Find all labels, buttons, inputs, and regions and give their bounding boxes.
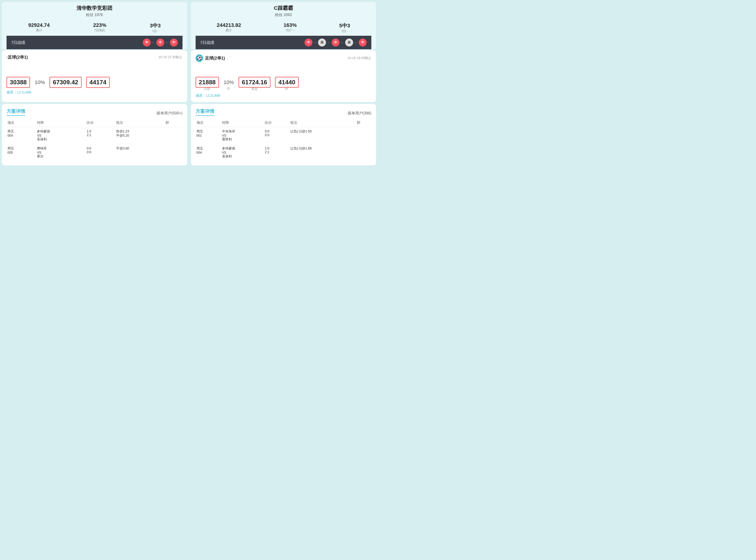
left-bet-deadline: 10-18 21:30截止: [158, 55, 182, 59]
left-profile-card: 清华数学竞彩团 粉丝 1976 92924.74 累计 223% 7日死比 3中…: [2, 2, 187, 49]
left-th-0: 场次: [6, 119, 36, 127]
right-th-2: 比分: [264, 119, 289, 127]
left-td-dan-1: [164, 144, 182, 161]
left-bet-numbers: 30388 10% 67309.42 44174: [6, 77, 182, 88]
left-weixin: 威星：LC1L888: [6, 90, 182, 95]
right-profile-card: C踩霸霸 粉丝 3393 244213.82 累计· 163% 7日厂·· 5中…: [191, 2, 376, 49]
right-num-1: 21888: [196, 77, 219, 87]
left-td-teams-0: 多特蒙德 VS 圣保利: [36, 127, 86, 144]
right-badge-2: 未: [318, 39, 326, 46]
left-plan-title: 方案详情: [6, 108, 25, 116]
right-profile-title: C踩霸霸: [196, 5, 372, 12]
left-th-3: 投注: [115, 119, 164, 127]
right-profile-fans: 粉丝 3393: [196, 13, 372, 18]
left-arrow-1: ←: [152, 41, 155, 44]
left-bet-card: ·足球(2串1) 10-18 21:30截止 30388 10% 67309.4…: [2, 50, 187, 102]
left-record-bar: 7日战绩 中 ← 中 ← 中: [6, 36, 182, 49]
right-weixin: 威星：LC1L888: [196, 94, 372, 98]
right-arrow-4: ←: [354, 41, 357, 44]
right-badge-4: 未: [345, 39, 353, 46]
right-th-3: 投注: [289, 119, 356, 127]
right-pct: 10%: [224, 79, 234, 85]
left-th-1: 对阵: [36, 119, 86, 127]
left-stat-1: 92924.74 累计: [28, 22, 50, 34]
left-num-3: 44174: [86, 77, 110, 88]
left-td-dan-0: [164, 127, 182, 144]
left-td-date-0: 周五 004: [6, 127, 36, 144]
left-bet-title: ·足球(2串1): [6, 55, 28, 60]
right-bet-numbers: 21888 白阶 10% 价 61724.16 奖金 41440 伊·: [196, 79, 372, 91]
left-th-4: 胆: [164, 119, 182, 127]
right-row-1: 周五 004 多特蒙德 VS 圣保利 1:0 2:1 让负(-2)@1.88: [196, 144, 372, 161]
right-stat-2: 163% 7日厂··: [284, 22, 296, 34]
left-th-2: 比分: [86, 119, 115, 127]
left-record-badges: 中 ← 中 ← 中: [143, 39, 178, 46]
left-pct: 10%: [35, 79, 45, 85]
left-num-2: 67309.42: [50, 77, 81, 88]
right-num-col-2: 61724.16 奖金: [238, 79, 270, 91]
right-plan-card: 方案详情 跟单用户(396) 场次 对阵 比分 投注 胆 周五 001 中央海岸…: [191, 104, 376, 165]
right-bet-deadline: 10-18 16:05截止: [347, 56, 371, 60]
left-badge-1: 中: [143, 39, 151, 46]
left-arrow-2: ←: [166, 41, 169, 44]
left-td-score-0: 1:0 2:1: [86, 127, 115, 144]
right-badge-3: 中: [332, 39, 340, 46]
right-record-bar: 7日战绩 中 ← 未 ← 中 ← 未 ← 中: [196, 36, 372, 49]
right-num-col-1: 21888 白阶: [196, 79, 219, 91]
right-record-badges: 中 ← 未 ← 中 ← 未 ← 中: [305, 39, 367, 46]
right-arrow-1: ←: [314, 41, 317, 44]
right-num-col-3: 41440 伊·: [275, 79, 298, 91]
left-stat-2: 223% 7日死比: [93, 22, 106, 34]
right-th-0: 场次: [196, 119, 221, 127]
left-plan-table: 场次 对阵 比分 投注 胆 周五 004 多特蒙德 VS 圣保利 1:0 2:1…: [6, 119, 182, 161]
right-td-date-1: 周五 004: [196, 144, 221, 161]
left-td-teams-1: 摩纳哥 VS 果尔: [36, 144, 86, 161]
right-label-2: 价: [224, 86, 234, 91]
right-td-score-1: 1:0 2:1: [264, 144, 289, 161]
right-stat-3: 5中3 7日··: [339, 22, 350, 34]
right-td-teams-1: 多特蒙德 VS 圣保利: [221, 144, 264, 161]
right-badge-5: 中: [359, 39, 367, 46]
left-num-1: 30388: [6, 77, 30, 88]
left-badge-2: 中: [156, 39, 164, 46]
right-num-2: 61724.16: [238, 77, 270, 87]
right-td-date-0: 周五 001: [196, 127, 221, 144]
right-td-dan-0: [356, 127, 371, 144]
right-bet-title-row: ⚽ 足球(2串1): [196, 55, 225, 62]
left-td-score-1: 0:0 0:0: [86, 144, 115, 161]
right-plan-table: 场次 对阵 比分 投注 胆 周五 001 中央海岸 VS 墨胜利 0:0 0:0…: [196, 119, 372, 161]
right-bet-title: 足球(2串1): [205, 55, 225, 61]
soccer-icon: ⚽: [196, 55, 203, 62]
left-row-1: 周五 005 摩纳哥 VS 果尔 0:0 0:0 平@3.60: [6, 144, 182, 161]
right-td-teams-0: 中央海岸 VS 墨胜利: [221, 127, 264, 144]
right-bet-header: ⚽ 足球(2串1) 10-18 16:05截止: [196, 55, 372, 62]
right-followers: 跟单用户(396): [348, 111, 371, 116]
left-followers: 跟单用户(500+): [157, 111, 182, 116]
right-td-dan-1: [356, 144, 371, 161]
left-profile-stats: 92924.74 累计 223% 7日死比 3中3 7日 ·: [6, 20, 182, 36]
left-badge-3: 中: [170, 39, 178, 46]
left-td-bet-0: 胜@1.23 平@5.20: [115, 127, 164, 144]
left-bet-title-row: ·足球(2串1): [6, 55, 28, 60]
right-td-score-0: 0:0 0:0: [264, 127, 289, 144]
left-td-bet-1: 平@3.60: [115, 144, 164, 161]
right-stat-1: 244213.82 累计·: [217, 22, 241, 34]
left-stat-3: 3中3 7日 ·: [150, 22, 160, 34]
right-td-bet-1: 让负(-2)@1.88: [289, 144, 356, 161]
right-plan-header: 方案详情 跟单用户(396): [196, 108, 372, 116]
left-td-date-1: 周五 005: [6, 144, 36, 161]
right-arrow-3: ←: [341, 41, 344, 44]
left-row-0: 周五 004 多特蒙德 VS 圣保利 1:0 2:1 胜@1.23 平@5.20: [6, 127, 182, 144]
right-bet-card: ⚽ 足球(2串1) 10-18 16:05截止 21888 白阶 10% 价 6…: [191, 50, 376, 102]
left-bet-header: ·足球(2串1) 10-18 21:30截止: [6, 55, 182, 60]
left-plan-header: 方案详情 跟单用户(500+): [6, 108, 182, 116]
left-profile-title: 清华数学竞彩团: [6, 5, 182, 12]
right-badge-1: 中: [305, 39, 312, 46]
left-plan-card: 方案详情 跟单用户(500+) 场次 对阵 比分 投注 胆 周五 004 多特蒙…: [2, 104, 187, 165]
right-num-3: 41440: [275, 77, 298, 87]
right-th-4: 胆: [356, 119, 371, 127]
right-arrow-2: ←: [327, 41, 330, 44]
right-plan-title: 方案详情: [196, 108, 214, 116]
left-profile-fans: 粉丝 1976: [6, 13, 182, 18]
right-pct-col: 10% 价: [224, 79, 234, 91]
